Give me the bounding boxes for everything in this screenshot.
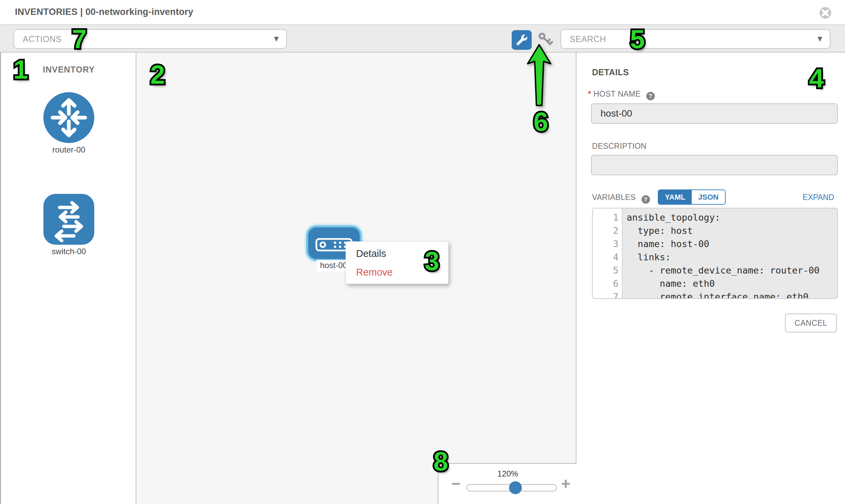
line-number-gutter: 1 2 3 4 5 6 7 [593,209,622,298]
host-name-label-row: * HOST NAME ? [588,89,655,100]
variables-format-toggle: YAML JSON [658,190,726,205]
topology-canvas[interactable]: host-00 Details Remove 120% − + [136,53,577,504]
annotation-1: 1 [9,56,33,83]
app-window: INVENTORIES | 00-networking-inventory AC… [0,0,845,504]
code-line: type: host [627,224,837,237]
code-line: name: eth0 [627,277,837,290]
actions-dropdown-label: ACTIONS [23,30,62,48]
palette-item-label: switch-00 [23,247,115,256]
annotation-4: 4 [805,65,828,91]
annotation-5: 5 [626,26,649,52]
toolbar: ACTIONS ▾ SEARCH ▾ [0,24,845,53]
tab-json[interactable]: JSON [692,190,725,204]
close-icon[interactable] [819,7,831,19]
router-arrows-icon [43,138,94,144]
expand-link[interactable]: EXPAND [793,193,834,202]
cancel-button[interactable]: CANCEL [785,313,837,332]
search-placeholder: SEARCH [570,30,606,48]
palette-item-router[interactable]: router-00 [43,92,94,144]
variables-label: VARIABLES [592,193,636,202]
search-dropdown[interactable]: SEARCH ▾ [561,29,830,49]
zoom-slider-thumb[interactable] [509,481,522,494]
details-heading: DETAILS [592,68,629,77]
tab-yaml[interactable]: YAML [658,190,692,204]
code-lines: ansible_topology: type: host name: host-… [622,209,837,298]
palette-item-label: router-00 [23,145,115,155]
plus-icon[interactable]: + [561,476,570,491]
annotation-7: 7 [68,26,91,52]
question-circle-icon[interactable]: ? [646,92,655,100]
chevron-down-icon: ▾ [817,30,822,48]
code-line: remote_interface_name: eth0 [627,290,837,299]
required-asterisk: * [588,89,592,98]
description-input[interactable] [591,155,838,175]
inventory-palette: INVENTORY router-00 [0,53,136,504]
details-panel: DETAILS * HOST NAME ? DESCRIPTION VARIAB… [577,53,845,504]
description-label: DESCRIPTION [592,142,646,151]
host-name-input[interactable] [591,103,838,124]
actions-dropdown[interactable]: ACTIONS ▾ [14,29,287,49]
palette-item-switch[interactable]: switch-00 [43,194,94,246]
variables-code-editor[interactable]: 1 2 3 4 5 6 7 ansible_topology: type: ho… [592,208,838,299]
annotation-8: 8 [429,448,453,474]
chevron-down-icon: ▾ [274,30,279,48]
annotation-3: 3 [420,248,444,274]
code-line: links: [627,251,837,264]
question-circle-icon[interactable]: ? [641,195,650,204]
annotation-arrow-icon [525,43,553,108]
code-line: ansible_topology: [627,211,837,224]
variables-label-row: VARIABLES ? [592,193,650,204]
annotation-6: 6 [529,108,553,135]
code-line: - remote_device_name: router-00 [627,264,837,277]
switch-arrows-icon [43,240,94,246]
zoom-control-panel: 120% − + [438,463,577,504]
code-line: name: host-00 [627,237,837,251]
breadcrumb-title: INVENTORIES | 00-networking-inventory [15,7,193,17]
host-name-label: HOST NAME [593,89,640,98]
annotation-2: 2 [146,61,170,88]
header: INVENTORIES | 00-networking-inventory [0,0,845,24]
minus-icon[interactable]: − [451,476,460,491]
